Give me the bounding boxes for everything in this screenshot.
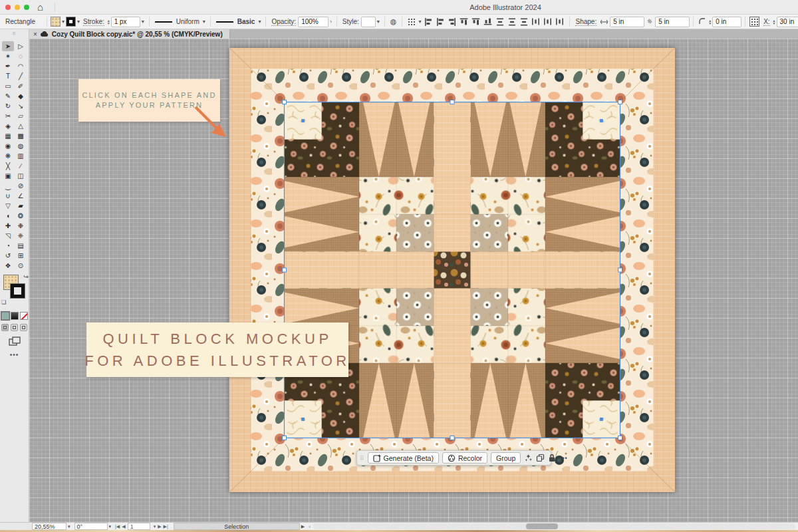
status-menu-icon[interactable]: ▶ (301, 524, 305, 529)
pattern-options-icon[interactable] (750, 17, 759, 26)
distribute-left-icon[interactable] (532, 17, 541, 27)
rotation-field[interactable]: 0° (74, 523, 108, 530)
zoom-level-field[interactable]: 20,55% (32, 523, 66, 530)
ai-settings-icon[interactable] (524, 454, 533, 462)
tool-perspective-selection[interactable]: ◹ (2, 231, 14, 241)
artboard-chevron-icon[interactable]: ▾ (154, 524, 156, 529)
zoom-window-button[interactable] (24, 5, 29, 10)
artboard[interactable] (229, 48, 675, 492)
generate-button[interactable]: Generate (Beta) (368, 452, 439, 464)
minimize-window-button[interactable] (15, 5, 20, 10)
artboard-number-field[interactable]: 1 (128, 523, 150, 530)
first-artboard-icon[interactable]: |◀ (115, 524, 120, 529)
tool-slice[interactable]: ╳ (2, 161, 14, 171)
fill-swatch[interactable] (51, 17, 61, 27)
gradient-button[interactable] (11, 312, 19, 320)
distribute-top-icon[interactable] (495, 17, 505, 26)
align-left-icon[interactable] (424, 17, 433, 26)
prev-artboard-icon[interactable]: ◀ (122, 524, 125, 529)
stroke-color-well[interactable] (10, 283, 25, 299)
style-chevron-icon[interactable]: ▾ (377, 19, 380, 25)
align-h-center-icon[interactable] (436, 17, 445, 26)
hint-arrow-icon[interactable] (192, 102, 230, 144)
style-field[interactable] (361, 17, 376, 27)
tool-curvature[interactable]: ◠ (15, 61, 27, 71)
tool-shape-builder[interactable]: ◈ (2, 121, 14, 131)
shape-width-field[interactable]: 5 in (610, 17, 644, 27)
status-display[interactable]: Selection (174, 523, 300, 530)
tool-line-segment[interactable]: ╱ (15, 71, 27, 81)
tool-direct-selection[interactable]: ▷ (15, 41, 27, 51)
edit-toolbar-icon[interactable]: ••• (0, 351, 29, 358)
link-dimensions-icon[interactable] (646, 18, 653, 26)
opacity-field[interactable]: 100% (298, 17, 329, 27)
tool-bar-graph[interactable]: ▤ (15, 241, 27, 251)
tool-eyedropper[interactable]: ◉ (2, 141, 14, 151)
tool-pie-graph[interactable]: ◔ (2, 241, 14, 251)
tool-artboard[interactable]: ▣ (2, 171, 14, 181)
recolor-button[interactable]: Recolor (442, 452, 487, 464)
zoom-chevron-icon[interactable]: ▾ (68, 524, 70, 529)
tool-warp[interactable]: ◖ (2, 211, 14, 221)
none-button[interactable] (20, 312, 28, 320)
shape-height-field[interactable]: 5 in (655, 17, 690, 27)
tool-knife[interactable]: ∕ (15, 161, 27, 171)
tool-type[interactable]: T (2, 71, 14, 81)
default-fill-stroke-icon[interactable]: ❏ (1, 299, 6, 305)
align-options-chevron-icon[interactable]: ▾ (418, 19, 421, 25)
distribute-right-icon[interactable] (556, 17, 565, 27)
corner-radius-field[interactable]: 0 in (712, 17, 741, 27)
tool-column-graph[interactable]: ▥ (15, 151, 27, 161)
brush-chevron-icon[interactable]: ▾ (258, 19, 261, 25)
corner-radius-stepper[interactable]: ▲▼ (708, 19, 712, 25)
lock-icon[interactable] (548, 454, 556, 462)
brush-value[interactable]: Basic (237, 18, 255, 25)
close-window-button[interactable] (5, 5, 11, 10)
shape-label[interactable]: Shape: (575, 18, 597, 26)
tab-close-icon[interactable]: × (33, 31, 37, 38)
document-setup-icon[interactable]: ◍ (390, 17, 397, 26)
tool-join[interactable]: ∪ (2, 191, 14, 201)
change-screen-mode-icon[interactable] (9, 336, 21, 346)
title-label[interactable]: QUILT BLOCK MOCKUP FOR ADOBE ILLUSTRATOR (86, 323, 348, 377)
tool-symbol-shifter[interactable]: ❈ (15, 231, 27, 241)
tool-gradient[interactable]: ▩ (15, 131, 27, 141)
distribute-v-center-icon[interactable] (507, 17, 517, 26)
tool-twirl[interactable]: ❂ (15, 211, 27, 221)
document-tab[interactable]: × Cozy Quilt Block copy.aic* @ 20,55 % (… (29, 29, 230, 39)
tool-path-eraser[interactable]: ⊘ (15, 181, 27, 191)
stroke-swatch[interactable] (66, 17, 76, 27)
tool-reshape[interactable]: ▽ (2, 201, 14, 211)
stroke-stepper[interactable]: ▲▼ (107, 19, 110, 25)
distribute-bottom-icon[interactable] (519, 17, 529, 26)
tool-perspective-grid[interactable]: △ (15, 121, 27, 131)
stroke-weight-label[interactable]: Stroke: (83, 18, 104, 26)
tool-measure[interactable]: ∠ (15, 191, 27, 201)
canvas[interactable]: CLICK ON EACH SHAPE AND APPLY YOUR PATTE… (29, 39, 798, 522)
profile-chevron-icon[interactable]: ▾ (203, 19, 205, 25)
quilt-artwork[interactable] (229, 48, 675, 492)
last-artboard-icon[interactable]: ▶| (164, 524, 168, 529)
fill-chevron-icon[interactable]: ▾ (62, 19, 65, 25)
tool-magic-wand[interactable]: ✶ (2, 51, 14, 61)
align-bottom-icon[interactable] (484, 17, 493, 27)
next-artboard-icon[interactable]: ▶ (158, 524, 161, 529)
tool-eraser[interactable]: ◆ (15, 91, 27, 101)
tool-smooth[interactable]: ‿ (2, 181, 14, 191)
scroll-left-icon[interactable]: ‹ (309, 523, 311, 530)
tool-pencil[interactable]: ✎ (2, 91, 14, 101)
distribute-h-center-icon[interactable] (544, 17, 553, 27)
tool-scale[interactable]: ↘ (15, 101, 27, 111)
draw-behind-button[interactable] (11, 324, 18, 331)
align-v-center-icon[interactable] (472, 17, 481, 27)
x-field[interactable]: 30 in (777, 17, 798, 27)
tool-print-tiling[interactable]: ⊞ (15, 251, 27, 261)
tool-crop[interactable]: ◫ (15, 171, 27, 181)
tool-rotate[interactable]: ↻ (2, 101, 14, 111)
rotation-chevron-icon[interactable]: ▾ (109, 524, 112, 529)
tool-pen[interactable]: ✒ (2, 61, 14, 71)
tool-free-transform[interactable]: ▱ (15, 111, 27, 121)
tool-paintbrush[interactable]: ✐ (15, 81, 27, 91)
tool-mesh[interactable]: ▦ (2, 131, 14, 141)
tool-blend[interactable]: ◍ (15, 141, 27, 151)
